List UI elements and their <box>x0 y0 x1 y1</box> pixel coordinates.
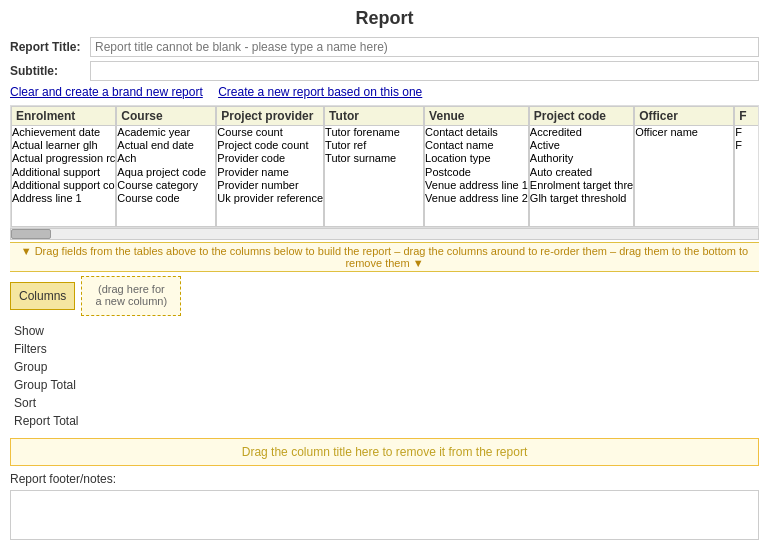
db-table-project-code: Project codeAccreditedActiveAuthorityAut… <box>529 106 634 227</box>
drag-hint: ▼ Drag fields from the tables above to t… <box>10 242 759 272</box>
db-table-venue: VenueContact detailsContact nameLocation… <box>424 106 529 227</box>
db-table-header: Venue <box>425 107 528 126</box>
db-table-select[interactable]: Tutor forenameTutor refTutor surname <box>325 126 423 226</box>
db-table-select[interactable]: FF <box>735 126 759 226</box>
db-table-project-provider: Project providerCourse countProject code… <box>216 106 324 227</box>
db-table-select[interactable]: AccreditedActiveAuthorityAuto createdEnr… <box>530 126 633 226</box>
footer-textarea[interactable] <box>10 490 759 540</box>
db-table-f: FFF <box>734 106 759 227</box>
page-title: Report <box>10 8 759 29</box>
db-table-select[interactable]: Course countProject code countProvider c… <box>217 126 323 226</box>
remove-drop-area[interactable]: Drag the column title here to remove it … <box>10 438 759 466</box>
report-title-input[interactable] <box>90 37 759 57</box>
columns-area: Columns (drag here for a new column) <box>10 272 759 320</box>
db-table-enrolment: EnrolmentAchievement dateActual learner … <box>11 106 116 227</box>
report-title-row: Report Title: <box>10 37 759 57</box>
section-item-show[interactable]: Show <box>10 322 759 340</box>
section-item-report-total[interactable]: Report Total <box>10 412 759 430</box>
links-row: Clear and create a brand new report Crea… <box>10 85 759 99</box>
clear-report-link[interactable]: Clear and create a brand new report <box>10 85 203 99</box>
db-table-select[interactable]: Officer name <box>635 126 733 226</box>
sections-container: ShowFiltersGroupGroup TotalSortReport To… <box>10 320 759 432</box>
columns-label: Columns <box>10 282 75 310</box>
section-item-filters[interactable]: Filters <box>10 340 759 358</box>
db-table-select[interactable]: Achievement dateActual learner glhActual… <box>12 126 115 226</box>
tables-container: EnrolmentAchievement dateActual learner … <box>11 106 759 227</box>
main-page: Report Report Title: Subtitle: Clear and… <box>0 0 769 540</box>
footer-label: Report footer/notes: <box>10 472 759 486</box>
subtitle-input[interactable] <box>90 61 759 81</box>
columns-drop-zone[interactable]: (drag here for a new column) <box>81 276 181 316</box>
section-item-group[interactable]: Group <box>10 358 759 376</box>
section-item-group-total[interactable]: Group Total <box>10 376 759 394</box>
horizontal-scrollbar[interactable] <box>10 228 759 240</box>
db-table-course: CourseAcademic yearActual end dateAchAqu… <box>116 106 216 227</box>
db-table-header: Officer <box>635 107 733 126</box>
scrollbar-thumb <box>11 229 51 239</box>
db-table-tutor: TutorTutor forenameTutor refTutor surnam… <box>324 106 424 227</box>
db-table-header: Project code <box>530 107 633 126</box>
db-table-officer: OfficerOfficer name <box>634 106 734 227</box>
db-table-select[interactable]: Academic yearActual end dateAchAqua proj… <box>117 126 215 226</box>
db-table-header: Enrolment <box>12 107 115 126</box>
db-table-select[interactable]: Contact detailsContact nameLocation type… <box>425 126 528 226</box>
subtitle-label: Subtitle: <box>10 64 90 78</box>
based-on-link[interactable]: Create a new report based on this one <box>218 85 422 99</box>
db-table-header: F <box>735 107 759 126</box>
section-item-sort[interactable]: Sort <box>10 394 759 412</box>
tables-scroll-area[interactable]: EnrolmentAchievement dateActual learner … <box>10 105 759 228</box>
db-table-header: Course <box>117 107 215 126</box>
db-table-header: Project provider <box>217 107 323 126</box>
subtitle-row: Subtitle: <box>10 61 759 81</box>
db-table-header: Tutor <box>325 107 423 126</box>
report-title-label: Report Title: <box>10 40 90 54</box>
